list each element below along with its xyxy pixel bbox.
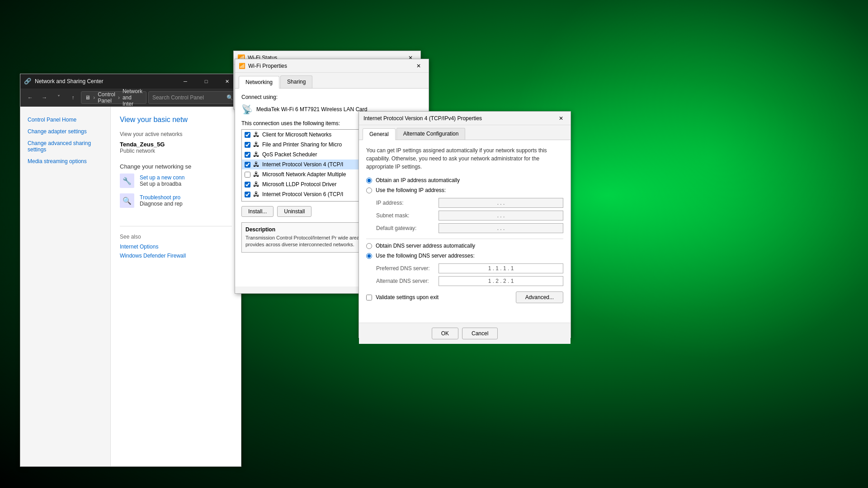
alternate-dns-label: Alternate DNS server:: [376, 278, 435, 284]
change-networking-label: Change your networking se: [120, 163, 232, 170]
tab-networking[interactable]: Networking: [239, 76, 279, 89]
auto-ip-radio[interactable]: [366, 178, 372, 183]
tcp-tab-general[interactable]: General: [363, 128, 396, 140]
preferred-dns-row: Preferred DNS server: 1 . 1 . 1 . 1: [376, 263, 563, 273]
item-checkbox-4[interactable]: [245, 172, 250, 178]
nc-title-controls: ─ □ ✕: [175, 74, 237, 89]
nc-title-text: Network and Sharing Center: [35, 78, 175, 84]
sidebar-item-change-advanced-sharing[interactable]: Change advanced sharing settings: [20, 137, 110, 155]
address-sep1: ›: [93, 94, 95, 101]
sidebar-item-control-panel-home[interactable]: Control Panel Home: [20, 114, 110, 126]
wifi-props-close-button[interactable]: ✕: [412, 60, 425, 72]
auto-ip-label: Obtain an IP address automatically: [376, 177, 460, 183]
troubleshoot-action[interactable]: 🔍 Troubleshoot pro Diagnose and rep: [120, 193, 232, 208]
dns-fields: Preferred DNS server: 1 . 1 . 1 . 1 Alte…: [376, 263, 563, 286]
manual-dns-radio[interactable]: [366, 253, 372, 259]
item-checkbox-5[interactable]: [245, 182, 250, 188]
tcp-close-button[interactable]: ✕: [556, 113, 566, 123]
alternate-dns-input[interactable]: 1 . 2 . 2 . 1: [439, 276, 563, 286]
preferred-dns-label: Preferred DNS server:: [376, 265, 435, 272]
tcp-footer: Validate settings upon exit Advanced...: [366, 291, 563, 303]
preferred-dns-input[interactable]: 1 . 1 . 1 . 1: [439, 263, 563, 273]
manual-dns-row: Use the following DNS server addresses:: [366, 253, 563, 259]
sidebar-item-change-adapter[interactable]: Change adapter settings: [20, 126, 110, 137]
ok-button[interactable]: OK: [432, 328, 458, 339]
cancel-button[interactable]: Cancel: [462, 328, 498, 339]
nc-heading: View your basic netw: [120, 116, 232, 124]
validate-checkbox[interactable]: [366, 295, 372, 300]
subnet-input: . . .: [439, 211, 563, 221]
connect-using-label: Connect using:: [241, 94, 422, 100]
address-bar: ← → ˅ ↑ 🖥 › Control Panel › Network and …: [20, 89, 241, 107]
adapter-icon: 📡: [241, 104, 253, 115]
active-networks-label: View your active networks: [120, 131, 232, 137]
ip-field-row: IP address: . . .: [376, 198, 563, 208]
see-also-section: See also Internet Options Windows Defend…: [120, 226, 232, 259]
nc-minimize-button[interactable]: ─: [175, 74, 196, 89]
subnet-field-row: Subnet mask: . . .: [376, 211, 563, 221]
address-path[interactable]: 🖥 › Control Panel › Network and Inter: [81, 91, 146, 104]
alternate-dns-row: Alternate DNS server: 1 . 2 . 2 . 1: [376, 276, 563, 286]
gateway-label: Default gateway:: [376, 225, 435, 231]
up-button[interactable]: ↑: [67, 91, 80, 104]
troubleshoot-link[interactable]: Troubleshoot pro: [140, 194, 183, 201]
address-sep2: ›: [118, 94, 120, 101]
setup-action[interactable]: 🔧 Set up a new conn Set up a broadba: [120, 174, 232, 188]
install-button[interactable]: Install...: [241, 206, 274, 217]
troubleshoot-icon: 🔍: [120, 193, 134, 208]
gateway-input: . . .: [439, 223, 563, 233]
wifi-props-icon: 📶: [239, 63, 245, 69]
network-name: Tenda_Zeus_5G: [120, 141, 232, 148]
setup-icon: 🔧: [120, 174, 134, 188]
nc-sidebar: Control Panel Home Change adapter settin…: [20, 107, 111, 466]
item-checkbox-2[interactable]: [245, 152, 250, 158]
tcp-dialog-buttons: OK Cancel: [359, 323, 571, 344]
manual-ip-radio[interactable]: [366, 188, 372, 193]
nc-content: Control Panel Home Change adapter settin…: [20, 107, 241, 466]
ip-label: IP address:: [376, 200, 435, 206]
item-checkbox-3[interactable]: [245, 162, 250, 168]
auto-dns-label: Obtain DNS server address automatically: [376, 243, 475, 249]
ip-input: . . .: [439, 198, 563, 208]
validate-label: Validate settings upon exit: [376, 294, 439, 300]
wifi-props-tabs: Networking Sharing: [235, 73, 429, 89]
auto-ip-row: Obtain an IP address automatically: [366, 177, 563, 183]
forward-button[interactable]: →: [38, 91, 51, 104]
tcp-info-text: You can get IP settings assigned automat…: [366, 146, 563, 171]
tcp-content: You can get IP settings assigned automat…: [359, 140, 571, 323]
dns-radio-group: Obtain DNS server address automatically …: [366, 243, 563, 259]
item-checkbox-0[interactable]: [245, 132, 250, 138]
auto-dns-row: Obtain DNS server address automatically: [366, 243, 563, 249]
troubleshoot-desc: Diagnose and rep: [140, 201, 183, 207]
uninstall-button[interactable]: Uninstall: [277, 206, 311, 217]
nc-title-icon: 🔗: [24, 78, 31, 85]
sidebar-item-media-streaming[interactable]: Media streaming options: [20, 155, 110, 167]
nc-title-bar: 🔗 Network and Sharing Center ─ □ ✕: [20, 74, 241, 89]
tcp-title-bar: Internet Protocol Version 4 (TCP/IPv4) P…: [359, 112, 571, 125]
setup-desc: Set up a broadba: [140, 181, 184, 187]
search-icon: 🔍: [226, 94, 233, 101]
tcp-tab-alternate[interactable]: Alternate Configuration: [396, 128, 466, 140]
back-button[interactable]: ←: [24, 91, 37, 104]
advanced-button[interactable]: Advanced...: [516, 291, 563, 303]
item-checkbox-1[interactable]: [245, 142, 250, 148]
address-icon: 🖥: [85, 94, 90, 101]
tcp-props-window: Internet Protocol Version 4 (TCP/IPv4) P…: [359, 111, 571, 338]
address-control-panel: Control Panel: [98, 91, 115, 104]
ip-radio-group: Obtain an IP address automatically Use t…: [366, 177, 563, 193]
dropdown-button[interactable]: ˅: [52, 91, 65, 104]
tab-sharing[interactable]: Sharing: [280, 75, 312, 88]
divider: [366, 239, 563, 239]
auto-dns-radio[interactable]: [366, 243, 372, 249]
item-checkbox-6[interactable]: [245, 192, 250, 197]
tcp-title-text: Internet Protocol Version 4 (TCP/IPv4) P…: [363, 115, 556, 122]
nc-maximize-button[interactable]: □: [196, 74, 217, 89]
nc-main: View your basic netw View your active ne…: [111, 107, 241, 466]
network-sharing-center-window: 🔗 Network and Sharing Center ─ □ ✕ ← → ˅…: [20, 74, 241, 467]
network-info: View your active networks Tenda_Zeus_5G …: [120, 131, 232, 154]
validate-row: Validate settings upon exit: [366, 294, 512, 300]
setup-link[interactable]: Set up a new conn: [140, 174, 184, 181]
internet-options-link[interactable]: Internet Options: [120, 244, 232, 250]
search-box[interactable]: Search Control Panel 🔍: [148, 91, 237, 104]
firewall-link[interactable]: Windows Defender Firewall: [120, 253, 232, 259]
